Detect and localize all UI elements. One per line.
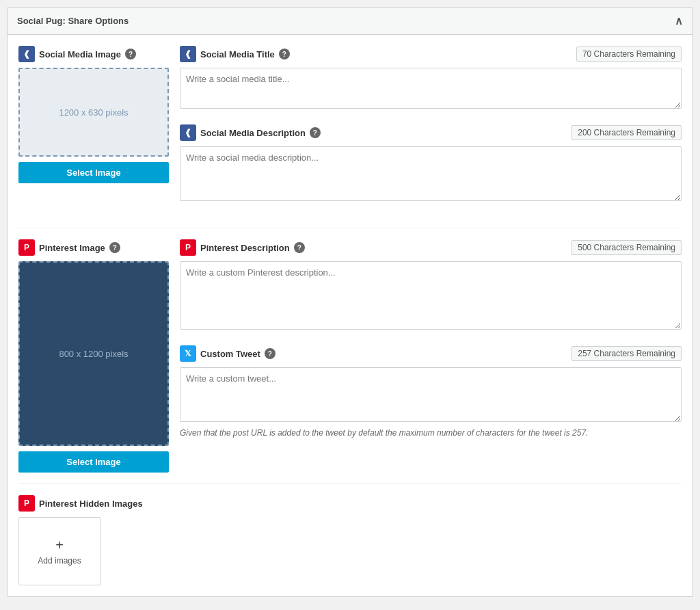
social-media-title-label: Social Media Title	[200, 49, 275, 59]
pinterest-hidden-images-header: P Pinterest Hidden Images	[18, 495, 682, 512]
social-media-title-header-row: ❰ Social Media Title ? 70 Characters Rem…	[180, 46, 682, 62]
middle-section: P Pinterest Image ? 800 x 1200 pixels Se…	[8, 228, 692, 483]
share-icon: ❰	[18, 46, 35, 62]
social-media-image-dimensions: 1200 x 630 pixels	[59, 107, 128, 118]
tweet-note: Given that the post URL is added to the …	[180, 428, 682, 438]
pinterest-right-col: P Pinterest Description ? 500 Characters…	[180, 239, 682, 473]
pinterest-image-label: Pinterest Image	[39, 243, 105, 253]
social-media-title-chars: 70 Characters Remaining	[576, 47, 682, 62]
social-media-title-header-left: ❰ Social Media Title ?	[180, 46, 290, 62]
custom-tweet-header-row: 𝕏 Custom Tweet ? 257 Characters Remainin…	[180, 345, 682, 362]
pinterest-hidden-images-label: Pinterest Hidden Images	[39, 499, 143, 509]
add-images-label: Add images	[38, 556, 81, 566]
social-media-description-textarea[interactable]	[180, 146, 682, 201]
pinterest-description-chars: 500 Characters Remaining	[571, 240, 682, 255]
custom-tweet-chars: 257 Characters Remaining	[571, 346, 682, 361]
social-media-description-header-left: ❰ Social Media Description ?	[180, 124, 321, 141]
pinterest-icon-image: P	[18, 239, 35, 256]
social-media-description-label: Social Media Description	[200, 128, 306, 138]
custom-tweet-help[interactable]: ?	[265, 348, 275, 359]
social-media-title-help[interactable]: ?	[279, 49, 290, 59]
pinterest-select-image-button[interactable]: Select Image	[18, 451, 169, 473]
top-two-col: ❰ Social Media Image ? 1200 x 630 pixels…	[18, 46, 682, 217]
share-options-panel: Social Pug: Share Options ∧ ❰ Social Med…	[7, 7, 693, 597]
social-media-image-placeholder: 1200 x 630 pixels	[18, 68, 169, 157]
add-images-box[interactable]: + Add images	[18, 517, 100, 585]
social-media-image-label: Social Media Image	[39, 49, 121, 59]
pinterest-description-help[interactable]: ?	[294, 242, 305, 253]
social-media-description-header-row: ❰ Social Media Description ? 200 Charact…	[180, 124, 682, 141]
social-media-image-col: ❰ Social Media Image ? 1200 x 630 pixels…	[18, 46, 169, 217]
pinterest-icon-desc: P	[180, 239, 196, 256]
pinterest-description-label: Pinterest Description	[200, 243, 290, 253]
custom-tweet-textarea[interactable]	[180, 367, 682, 422]
pinterest-image-col: P Pinterest Image ? 800 x 1200 pixels Se…	[18, 239, 169, 473]
middle-two-col: P Pinterest Image ? 800 x 1200 pixels Se…	[18, 239, 682, 473]
custom-tweet-block: 𝕏 Custom Tweet ? 257 Characters Remainin…	[180, 345, 682, 438]
pinterest-description-textarea[interactable]	[180, 261, 682, 330]
social-media-title-block: ❰ Social Media Title ? 70 Characters Rem…	[180, 46, 682, 111]
pinterest-image-placeholder: 800 x 1200 pixels	[18, 261, 169, 446]
social-media-description-help[interactable]: ?	[310, 127, 321, 138]
share-icon-desc: ❰	[180, 124, 196, 141]
pinterest-description-block: P Pinterest Description ? 500 Characters…	[180, 239, 682, 332]
bottom-section: P Pinterest Hidden Images + Add images	[8, 484, 692, 596]
social-media-image-help[interactable]: ?	[125, 49, 136, 59]
social-media-title-textarea[interactable]	[180, 68, 682, 109]
custom-tweet-header-left: 𝕏 Custom Tweet ?	[180, 345, 275, 362]
share-icon-title: ❰	[180, 46, 196, 62]
pinterest-description-header-row: P Pinterest Description ? 500 Characters…	[180, 239, 682, 256]
social-media-select-image-button[interactable]: Select Image	[18, 162, 169, 183]
panel-title: Social Pug: Share Options	[17, 16, 129, 26]
panel-header: Social Pug: Share Options ∧	[8, 8, 692, 35]
social-media-description-block: ❰ Social Media Description ? 200 Charact…	[180, 124, 682, 203]
pinterest-image-help[interactable]: ?	[109, 242, 120, 253]
pinterest-image-header: P Pinterest Image ?	[18, 239, 169, 256]
social-media-description-chars: 200 Characters Remaining	[571, 125, 682, 140]
top-section: ❰ Social Media Image ? 1200 x 630 pixels…	[8, 35, 692, 228]
collapse-icon[interactable]: ∧	[675, 14, 683, 27]
plus-icon: +	[55, 538, 64, 553]
social-media-image-header: ❰ Social Media Image ?	[18, 46, 169, 62]
twitter-icon: 𝕏	[180, 345, 196, 362]
panel-header-left: Social Pug: Share Options	[17, 16, 129, 26]
pinterest-description-header-left: P Pinterest Description ?	[180, 239, 305, 256]
social-media-right-col: ❰ Social Media Title ? 70 Characters Rem…	[180, 46, 682, 217]
custom-tweet-label: Custom Tweet	[200, 349, 260, 359]
pinterest-icon-hidden: P	[18, 495, 35, 512]
pinterest-image-dimensions: 800 x 1200 pixels	[59, 349, 128, 359]
